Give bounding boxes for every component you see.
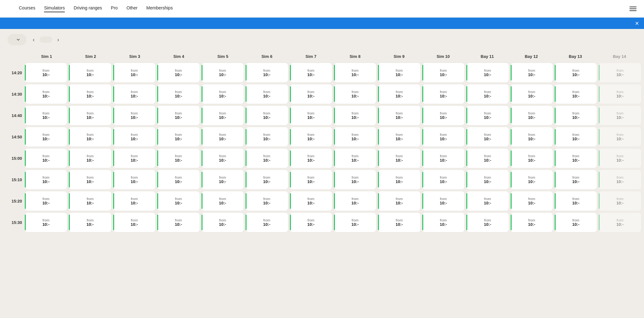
booking-cell[interactable]: from10:- <box>510 63 553 83</box>
booking-cell[interactable]: from10:- <box>201 191 244 211</box>
booking-cell[interactable]: from10:- <box>25 84 67 104</box>
booking-cell[interactable]: from10:- <box>554 191 597 211</box>
booking-cell[interactable]: from10:- <box>113 63 156 83</box>
booking-cell[interactable]: from10:- <box>554 63 597 83</box>
booking-cell[interactable]: from10:- <box>510 191 553 211</box>
booking-cell[interactable]: from10:- <box>334 84 376 104</box>
booking-cell[interactable]: from10:- <box>25 212 67 232</box>
booking-cell[interactable]: from10:- <box>422 148 465 168</box>
booking-cell[interactable]: from10:- <box>201 105 244 126</box>
booking-cell[interactable]: from10:- <box>25 170 67 190</box>
booking-cell[interactable]: from10:- <box>334 170 376 190</box>
booking-cell[interactable]: from10:- <box>157 127 200 147</box>
booking-cell[interactable]: from10:- <box>378 212 420 232</box>
booking-cell[interactable]: from10:- <box>466 105 509 126</box>
booking-cell[interactable]: from10:- <box>334 148 376 168</box>
booking-cell[interactable]: from10:- <box>245 105 288 126</box>
booking-cell[interactable]: from10:- <box>69 212 111 232</box>
booking-cell[interactable]: from10:- <box>157 105 200 126</box>
hamburger-menu[interactable] <box>630 7 636 11</box>
booking-cell[interactable]: from10:- <box>113 84 156 104</box>
booking-cell[interactable]: from10:- <box>157 84 200 104</box>
booking-cell[interactable]: from10:- <box>422 127 465 147</box>
booking-cell[interactable]: from10:- <box>201 148 244 168</box>
booking-cell[interactable]: from10:- <box>510 127 553 147</box>
booking-cell[interactable]: from10:- <box>290 191 332 211</box>
booking-cell[interactable]: from10:- <box>554 84 597 104</box>
booking-cell[interactable]: from10:- <box>245 212 288 232</box>
booking-cell[interactable]: from10:- <box>378 170 420 190</box>
booking-cell[interactable]: from10:- <box>598 170 641 190</box>
booking-cell[interactable]: from10:- <box>466 212 509 232</box>
booking-cell[interactable]: from10:- <box>69 63 111 83</box>
booking-cell[interactable]: from10:- <box>598 148 641 168</box>
booking-cell[interactable]: from10:- <box>378 191 420 211</box>
booking-cell[interactable]: from10:- <box>422 191 465 211</box>
next-date-button[interactable]: › <box>55 35 62 44</box>
booking-cell[interactable]: from10:- <box>466 63 509 83</box>
venue-dropdown[interactable] <box>8 34 26 45</box>
nav-link-simulators[interactable]: Simulators <box>44 5 65 12</box>
booking-cell[interactable]: from10:- <box>113 212 156 232</box>
booking-cell[interactable]: from10:- <box>554 105 597 126</box>
booking-cell[interactable]: from10:- <box>598 212 641 232</box>
booking-cell[interactable]: from10:- <box>334 127 376 147</box>
booking-cell[interactable]: from10:- <box>510 148 553 168</box>
booking-cell[interactable]: from10:- <box>290 170 332 190</box>
prev-date-button[interactable]: ‹ <box>30 35 37 44</box>
booking-cell[interactable]: from10:- <box>201 127 244 147</box>
booking-cell[interactable]: from10:- <box>510 105 553 126</box>
booking-cell[interactable]: from10:- <box>157 170 200 190</box>
booking-cell[interactable]: from10:- <box>598 105 641 126</box>
booking-cell[interactable]: from10:- <box>69 127 111 147</box>
booking-cell[interactable]: from10:- <box>554 127 597 147</box>
booking-cell[interactable]: from10:- <box>422 84 465 104</box>
nav-link-pro[interactable]: Pro <box>111 5 118 12</box>
booking-cell[interactable]: from10:- <box>554 212 597 232</box>
booking-cell[interactable]: from10:- <box>598 191 641 211</box>
nav-link-driving-ranges[interactable]: Driving ranges <box>74 5 102 12</box>
booking-cell[interactable]: from10:- <box>422 212 465 232</box>
nav-link-other[interactable]: Other <box>126 5 137 12</box>
booking-cell[interactable]: from10:- <box>69 148 111 168</box>
booking-cell[interactable]: from10:- <box>466 148 509 168</box>
booking-cell[interactable]: from10:- <box>245 84 288 104</box>
booking-cell[interactable]: from10:- <box>510 212 553 232</box>
booking-cell[interactable]: from10:- <box>378 127 420 147</box>
booking-cell[interactable]: from10:- <box>201 63 244 83</box>
nav-link-courses[interactable]: Courses <box>19 5 35 12</box>
booking-cell[interactable]: from10:- <box>113 105 156 126</box>
booking-cell[interactable]: from10:- <box>25 105 67 126</box>
booking-cell[interactable]: from10:- <box>598 63 641 83</box>
booking-cell[interactable]: from10:- <box>113 191 156 211</box>
booking-cell[interactable]: from10:- <box>290 127 332 147</box>
booking-cell[interactable]: from10:- <box>290 212 332 232</box>
booking-cell[interactable]: from10:- <box>25 63 67 83</box>
booking-cell[interactable]: from10:- <box>378 63 420 83</box>
booking-cell[interactable]: from10:- <box>157 148 200 168</box>
booking-cell[interactable]: from10:- <box>378 84 420 104</box>
booking-cell[interactable]: from10:- <box>466 84 509 104</box>
booking-cell[interactable]: from10:- <box>157 191 200 211</box>
booking-cell[interactable]: from10:- <box>69 105 111 126</box>
booking-cell[interactable]: from10:- <box>25 191 67 211</box>
booking-cell[interactable]: from10:- <box>245 191 288 211</box>
booking-cell[interactable]: from10:- <box>598 127 641 147</box>
booking-cell[interactable]: from10:- <box>510 170 553 190</box>
booking-cell[interactable]: from10:- <box>466 191 509 211</box>
booking-cell[interactable]: from10:- <box>422 170 465 190</box>
booking-cell[interactable]: from10:- <box>334 63 376 83</box>
booking-cell[interactable]: from10:- <box>598 84 641 104</box>
booking-cell[interactable]: from10:- <box>157 212 200 232</box>
banner-close-button[interactable]: ✕ <box>635 20 639 26</box>
booking-cell[interactable]: from10:- <box>69 191 111 211</box>
booking-cell[interactable]: from10:- <box>113 127 156 147</box>
booking-cell[interactable]: from10:- <box>510 84 553 104</box>
booking-cell[interactable]: from10:- <box>334 212 376 232</box>
booking-cell[interactable]: from10:- <box>201 84 244 104</box>
booking-cell[interactable]: from10:- <box>422 105 465 126</box>
booking-cell[interactable]: from10:- <box>290 63 332 83</box>
booking-cell[interactable]: from10:- <box>69 170 111 190</box>
booking-cell[interactable]: from10:- <box>245 127 288 147</box>
booking-cell[interactable]: from10:- <box>201 212 244 232</box>
